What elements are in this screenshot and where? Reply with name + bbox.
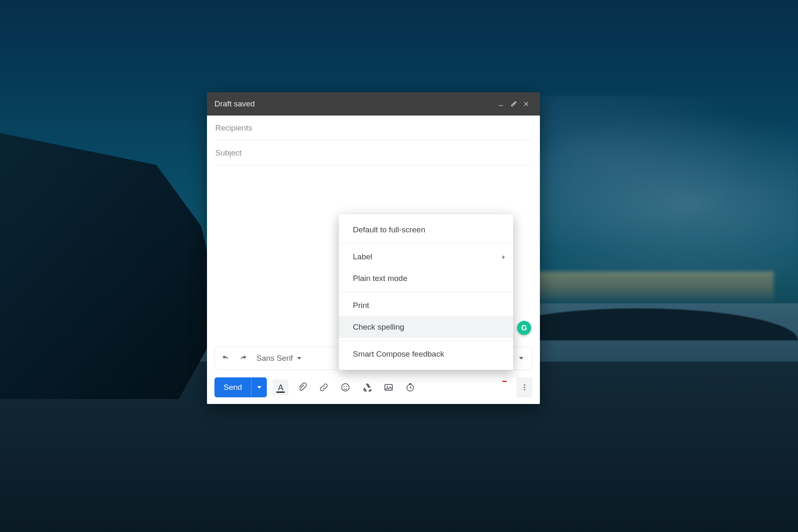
redo-icon	[239, 354, 248, 363]
more-options-button[interactable]	[517, 377, 532, 397]
underline-bar-icon	[276, 392, 285, 393]
fullscreen-button[interactable]	[507, 98, 520, 110]
minimize-icon	[498, 101, 505, 107]
send-button-label: Send	[214, 377, 251, 397]
undo-icon	[221, 354, 230, 363]
compose-titlebar: Draft saved	[207, 92, 540, 116]
minimize-button[interactable]	[495, 98, 507, 110]
insert-drive-button[interactable]	[359, 379, 375, 395]
text-format-button[interactable]: A	[273, 379, 288, 395]
svg-point-2	[344, 386, 345, 387]
menu-item-label: Smart Compose feedback	[353, 350, 444, 359]
menu-separator	[339, 243, 513, 244]
attach-file-button[interactable]	[294, 379, 310, 395]
compose-action-row: Send A	[207, 375, 540, 404]
menu-item-print[interactable]: Print	[339, 295, 513, 316]
kebab-icon	[520, 383, 529, 392]
svg-point-8	[524, 384, 525, 386]
compose-title: Draft saved	[214, 99, 495, 108]
image-icon	[384, 382, 394, 392]
format-more-button[interactable]	[515, 352, 528, 365]
insert-emoji-button[interactable]	[337, 379, 353, 395]
menu-item-default-fullscreen[interactable]: Default to full-screen	[339, 219, 513, 241]
undo-button[interactable]	[219, 352, 232, 365]
confidential-mode-button[interactable]	[402, 379, 418, 395]
insert-link-button[interactable]	[316, 379, 332, 395]
svg-point-3	[346, 386, 347, 387]
menu-separator	[339, 340, 513, 341]
menu-item-label: Plain text mode	[353, 274, 407, 283]
recipients-input[interactable]	[215, 123, 532, 133]
menu-item-label: Print	[353, 301, 369, 310]
font-family-select[interactable]: Sans Serif	[254, 354, 304, 363]
link-icon	[319, 382, 329, 392]
subject-row	[215, 140, 532, 165]
chevron-down-icon	[257, 386, 261, 389]
font-family-label: Sans Serif	[256, 354, 293, 363]
menu-item-plain-text[interactable]: Plain text mode	[339, 268, 513, 289]
close-icon	[523, 101, 530, 107]
expand-icon	[510, 101, 517, 107]
menu-item-smart-compose-feedback[interactable]: Smart Compose feedback	[339, 343, 513, 365]
menu-item-label: Check spelling	[353, 323, 404, 332]
close-button[interactable]	[520, 98, 532, 110]
grammarly-icon: G	[521, 324, 527, 332]
svg-rect-7	[409, 383, 411, 385]
wallpaper-rocks-left	[0, 133, 224, 399]
unsent-indicator-icon	[502, 381, 507, 382]
chevron-down-icon	[297, 357, 301, 360]
menu-separator	[339, 292, 513, 292]
svg-rect-0	[499, 105, 503, 106]
recipients-row	[215, 116, 532, 140]
send-button[interactable]: Send	[214, 377, 267, 397]
menu-item-check-spelling[interactable]: Check spelling	[339, 316, 513, 338]
svg-point-1	[342, 384, 349, 391]
svg-point-9	[524, 387, 525, 388]
compose-fields	[207, 116, 540, 165]
menu-item-label: Label	[353, 252, 372, 261]
menu-item-label[interactable]: Label	[339, 246, 513, 268]
emoji-icon	[340, 382, 350, 392]
paperclip-icon	[297, 382, 307, 392]
chevron-down-icon	[519, 357, 523, 360]
insert-photo-button[interactable]	[381, 379, 397, 395]
svg-point-10	[524, 389, 525, 390]
svg-point-5	[387, 386, 388, 387]
chevron-right-icon	[502, 252, 505, 261]
menu-item-label: Default to full-screen	[353, 225, 425, 234]
grammarly-badge[interactable]: G	[517, 321, 531, 335]
send-options-button[interactable]	[251, 377, 267, 397]
lock-clock-icon	[405, 382, 415, 392]
drive-icon	[362, 382, 372, 392]
subject-input[interactable]	[215, 148, 532, 158]
more-options-menu: Default to full-screen Label Plain text …	[339, 214, 513, 370]
redo-button[interactable]	[236, 352, 250, 365]
